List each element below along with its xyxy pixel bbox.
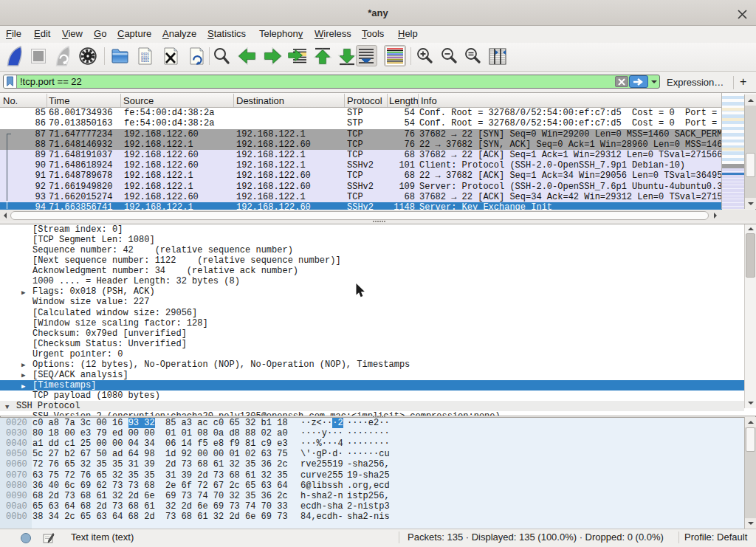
svg-text:0101: 0101 (141, 59, 149, 63)
